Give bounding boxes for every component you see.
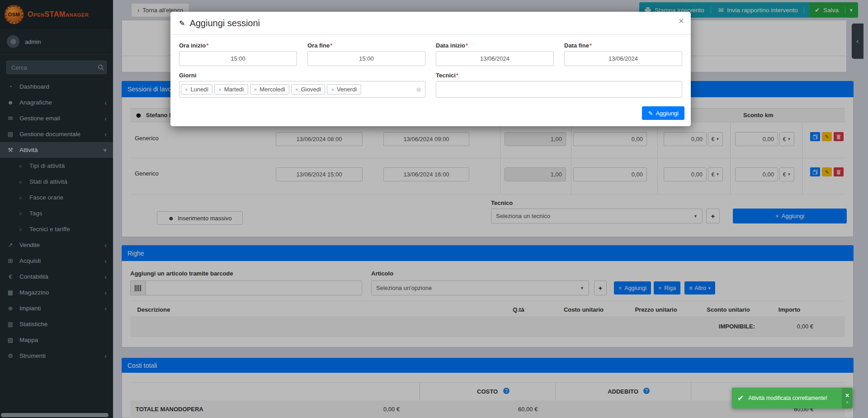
add-sessions-modal: ✎ Aggiungi sessioni × Ora inizio* Ora fi… [170, 12, 691, 126]
data-fine-label: Data fine* [564, 42, 682, 49]
pencil-icon: ✎ [179, 19, 185, 28]
day-tag-giovedi[interactable]: ×Giovedì [291, 84, 325, 95]
remove-tag-icon[interactable]: × [295, 87, 298, 92]
tecnici-label: Tecnici* [436, 72, 682, 79]
modal-header: ✎ Aggiungi sessioni [170, 12, 691, 35]
day-tag-venerdi[interactable]: ×Venerdì [327, 84, 361, 95]
remove-tag-icon[interactable]: × [218, 87, 221, 92]
ora-inizio-input[interactable] [179, 51, 297, 66]
giorni-label: Giorni [179, 72, 425, 79]
day-tag-lunedi[interactable]: ×Lunedì [181, 84, 212, 95]
close-icon: × [845, 392, 849, 399]
day-tag-martedi[interactable]: ×Martedì [214, 84, 248, 95]
giorni-multiselect[interactable]: ×Lunedì ×Martedì ×Mercoledì ×Giovedì ×Ve… [179, 81, 425, 98]
tecnici-input[interactable] [436, 81, 682, 98]
pencil-square-icon: ✎ [648, 110, 653, 117]
remove-tag-icon[interactable]: × [254, 87, 257, 92]
toast-close-button[interactable]: × ∧ [842, 388, 853, 408]
data-inizio-label: Data inizio* [436, 42, 554, 49]
required-asterisk: * [590, 42, 592, 49]
data-fine-input[interactable] [564, 51, 682, 66]
ora-fine-label: Ora fine* [307, 42, 425, 49]
chevron-up-icon: ∧ [846, 400, 849, 404]
required-asterisk: * [456, 72, 458, 79]
data-inizio-input[interactable] [436, 51, 554, 66]
required-asterisk: * [466, 42, 468, 49]
ora-fine-input[interactable] [307, 51, 425, 66]
remove-tag-icon[interactable]: × [185, 87, 188, 92]
modal-submit-label: Aggiungi [656, 110, 679, 117]
required-asterisk: * [330, 42, 332, 49]
modal-body: Ora inizio* Ora fine* Data inizio* Data … [170, 35, 691, 98]
check-icon: ✔ [732, 394, 748, 403]
modal-submit-button[interactable]: ✎ Aggiungi [642, 106, 684, 120]
toast-message: Attività modificata correttamente! [748, 395, 842, 401]
day-tag-mercoledi[interactable]: ×Mercoledì [250, 84, 290, 95]
success-toast[interactable]: ✔ Attività modificata correttamente! × ∧ [732, 388, 853, 408]
modal-title: Aggiungi sessioni [189, 18, 260, 28]
remove-tag-icon[interactable]: × [331, 87, 334, 92]
modal-close-button[interactable]: × [679, 15, 684, 26]
required-asterisk: * [206, 42, 208, 49]
clear-days-icon[interactable]: ⊗ [416, 86, 421, 93]
ora-inizio-label: Ora inizio* [179, 42, 297, 49]
